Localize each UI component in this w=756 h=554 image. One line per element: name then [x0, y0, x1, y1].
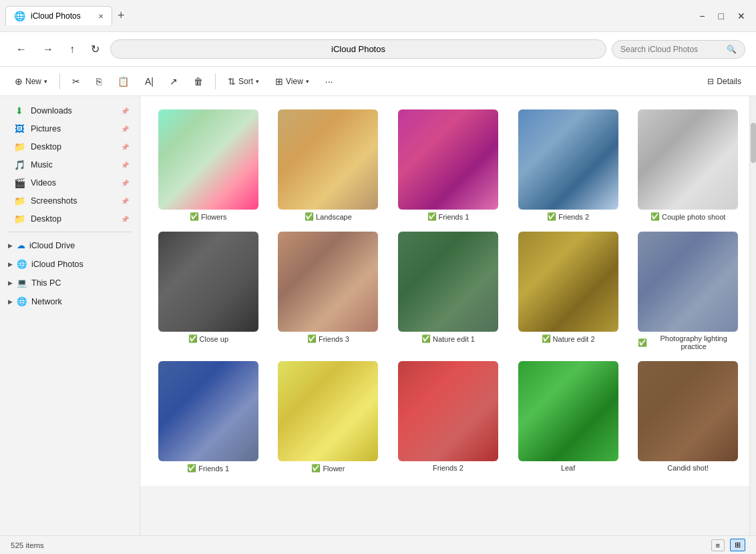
sidebar-item-videos[interactable]: 🎬 Videos 📌 — [3, 174, 137, 192]
new-button[interactable]: ⊕ New ▾ — [8, 73, 54, 89]
sidebar-group-network[interactable]: ▶ 🌐 Network — [3, 292, 137, 310]
photo-item[interactable]: ✅ Flowers — [154, 109, 263, 221]
sidebar-item-icon: 🖼 — [13, 123, 25, 134]
minimize-button[interactable]: − — [694, 8, 710, 24]
sidebar-item-icon: ⬇ — [13, 105, 25, 116]
view-chevron: ▾ — [306, 78, 309, 85]
photo-item[interactable]: ✅ Friends 1 — [393, 109, 503, 221]
sidebar-item-music[interactable]: 🎵 Music 📌 — [3, 156, 137, 174]
photo-label: Leaf — [561, 464, 575, 472]
sidebar-item-desktop[interactable]: 📁 Desktop 📌 — [3, 138, 137, 156]
photo-label: ✅ Couple photo shoot — [650, 212, 725, 221]
sidebar-item-icon: 📁 — [13, 214, 25, 224]
more-button[interactable]: ··· — [319, 73, 340, 89]
sidebar-group-this-pc[interactable]: ▶ 💻 This PC — [3, 274, 137, 292]
copy-button[interactable]: ⎘ — [89, 73, 108, 89]
group-label: iCloud Photos — [31, 260, 83, 269]
up-button[interactable]: ↑ — [64, 41, 80, 58]
sidebar-item-label: Pictures — [31, 124, 61, 133]
group-chevron: ▶ — [8, 280, 13, 286]
photo-label: ✅ Friends 2 — [547, 212, 589, 221]
photo-item[interactable]: ✅ Landscape — [274, 109, 383, 221]
search-icon: 🔍 — [727, 45, 737, 54]
pin-icon: 📌 — [121, 144, 129, 151]
group-icon: 🌐 — [17, 259, 27, 269]
search-input[interactable] — [620, 45, 723, 54]
photo-item[interactable]: ✅ Flower — [274, 361, 383, 473]
maximize-button[interactable]: □ — [713, 8, 729, 24]
photo-item[interactable]: Friends 2 — [393, 361, 503, 473]
sort-chevron: ▾ — [256, 78, 259, 85]
grid-view-button[interactable]: ⊞ — [730, 539, 745, 551]
sidebar-item-downloads[interactable]: ⬇ Downloads 📌 — [3, 102, 137, 119]
details-label: Details — [717, 77, 741, 86]
close-button[interactable]: ✕ — [732, 8, 751, 24]
pin-icon: 📌 — [121, 162, 129, 169]
delete-button[interactable]: 🗑 — [187, 73, 210, 89]
photo-thumbnail — [398, 232, 498, 332]
photo-thumbnail — [518, 361, 618, 461]
group-label: This PC — [31, 278, 61, 288]
new-tab-button[interactable]: + — [112, 6, 130, 25]
sync-ok-icon: ✅ — [187, 464, 196, 473]
photo-label: ✅ Flower — [311, 464, 345, 473]
group-chevron: ▶ — [8, 242, 13, 249]
sort-button[interactable]: ⇅ Sort ▾ — [221, 73, 266, 89]
sync-ok-icon: ✅ — [638, 338, 647, 347]
photo-thumbnail — [518, 232, 618, 332]
sidebar-item-screenshots[interactable]: 📁 Screenshots 📌 — [3, 192, 137, 210]
window-controls: − □ ✕ — [694, 8, 751, 24]
photo-item[interactable]: ✅ Friends 3 — [274, 232, 383, 350]
status-right: ≡ ⊞ — [711, 539, 745, 551]
sidebar-item-icon: 🎵 — [13, 160, 25, 170]
photo-item[interactable]: ✅ Nature edit 1 — [393, 232, 503, 350]
toolbar: ⊕ New ▾ ✂ ⎘ 📋 A| ↗ 🗑 ⇅ Sort ▾ ⊞ View ▾ ·… — [0, 67, 756, 96]
list-view-button[interactable]: ≡ — [711, 539, 725, 551]
tab-close-button[interactable]: ✕ — [98, 13, 104, 20]
content-wrapper: ✅ Flowers ✅ Landscape ✅ Friends 1 ✅ Frie… — [140, 96, 756, 535]
forward-button[interactable]: → — [37, 41, 59, 58]
refresh-button[interactable]: ↻ — [85, 40, 105, 58]
photo-label: ✅ Photography lighting practice — [638, 334, 738, 350]
view-button[interactable]: ⊞ View ▾ — [268, 73, 316, 89]
photo-item[interactable]: Candid shot! — [633, 361, 743, 473]
group-icon: ☁ — [17, 240, 25, 250]
photo-label: ✅ Nature edit 2 — [542, 334, 595, 343]
active-tab[interactable]: 🌐 iCloud Photos ✕ — [5, 6, 112, 25]
sidebar-group-icloud-photos[interactable]: ▶ 🌐 iCloud Photos — [3, 255, 137, 273]
photo-item[interactable]: ✅ Photography lighting practice — [633, 232, 743, 350]
sidebar-item-label: Desktop — [31, 142, 61, 152]
scrollbar-track[interactable] — [749, 96, 756, 535]
address-input[interactable] — [110, 39, 606, 59]
sidebar-item-label: Desktop — [31, 214, 61, 224]
photo-item[interactable]: ✅ Close up — [154, 232, 263, 350]
pin-icon: 📌 — [121, 198, 129, 205]
sidebar-group-icloud-drive[interactable]: ▶ ☁ iCloud Drive — [3, 236, 137, 254]
photo-thumbnail — [638, 361, 738, 461]
paste-icon: 📋 — [118, 76, 129, 87]
photo-label: ✅ Flowers — [190, 212, 227, 221]
details-button[interactable]: ⊟ Details — [701, 74, 748, 89]
sidebar-item-label: Screenshots — [31, 196, 77, 206]
sync-ok-icon: ✅ — [307, 334, 317, 343]
photo-item[interactable]: ✅ Friends 2 — [514, 109, 623, 221]
new-icon: ⊕ — [15, 76, 23, 87]
scrollbar-thumb[interactable] — [751, 123, 756, 163]
delete-icon: 🗑 — [194, 76, 203, 87]
photo-item[interactable]: Leaf — [514, 361, 623, 473]
cut-button[interactable]: ✂ — [65, 73, 87, 89]
share-button[interactable]: ↗ — [163, 73, 184, 89]
group-icon: 🌐 — [17, 296, 27, 306]
photo-item[interactable]: ✅ Nature edit 2 — [514, 232, 623, 350]
photo-item[interactable]: ✅ Friends 1 — [154, 361, 263, 473]
photo-item[interactable]: ✅ Couple photo shoot — [633, 109, 743, 221]
rename-button[interactable]: A| — [138, 73, 160, 89]
back-button[interactable]: ← — [11, 41, 32, 58]
sidebar-item-desktop[interactable]: 📁 Desktop 📌 — [3, 210, 137, 228]
sync-ok-icon: ✅ — [188, 334, 198, 343]
paste-button[interactable]: 📋 — [111, 73, 136, 89]
tab-title: iCloud Photos — [31, 11, 81, 21]
sidebar-item-pictures[interactable]: 🖼 Pictures 📌 — [3, 120, 137, 137]
group-label: iCloud Drive — [29, 241, 75, 250]
photo-grid: ✅ Flowers ✅ Landscape ✅ Friends 1 ✅ Frie… — [154, 109, 743, 473]
